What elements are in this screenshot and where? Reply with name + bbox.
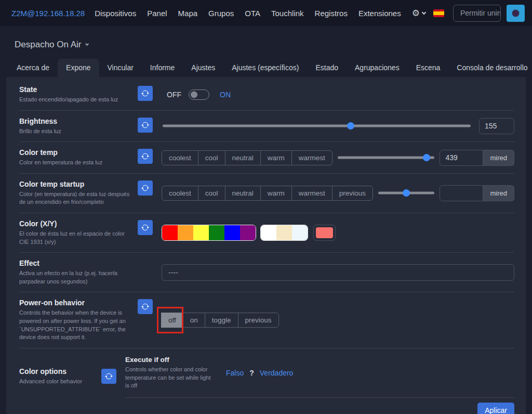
power-on-toggle-button[interactable]: toggle [205,313,238,328]
color-temp-startup-value-input[interactable] [440,185,483,201]
color-swatch-warm-white[interactable] [276,225,292,240]
device-title-dropdown[interactable]: Despacho On Air [0,26,532,50]
chevron-down-icon [422,10,426,14]
nav-item-dispositivos[interactable]: Dispositivos [89,5,141,22]
preset-cool-button[interactable]: cool [198,186,225,201]
power-on-off-button[interactable]: off [161,313,183,328]
refresh-icon [141,184,149,192]
state-on-label[interactable]: ON [220,90,231,99]
color-swatch-purple[interactable] [240,225,256,240]
feature-row-brightness: Brightness Brillo de esta luz [19,111,514,143]
settings-dropdown[interactable]: ⚙ [407,5,429,22]
nav-item-mapa[interactable]: Mapa [173,5,203,22]
feature-label: Power-on behavior [19,299,135,307]
preset-neutral-button[interactable]: neutral [225,186,261,201]
power-on-previous-button[interactable]: previous [238,313,279,328]
white-palette-group [260,225,308,241]
feature-description: Color en temperatura de esta luz [19,159,135,167]
tab-escena[interactable]: Escena [408,59,449,77]
tab-consola-de-desarrollo[interactable]: Consola de desarrollo [448,59,532,77]
color-swatch-orange[interactable] [178,225,193,240]
tab-informe[interactable]: Informe [142,59,183,77]
slider-track[interactable] [338,157,435,159]
false-link[interactable]: Falso [226,369,244,377]
permit-join-split-button: Permitir unirse (Todos) [453,5,501,22]
refresh-button[interactable] [101,369,116,384]
preset-neutral-button[interactable]: neutral [225,150,261,165]
nav-item-touchlink[interactable]: Touchlink [266,5,309,22]
color-temp-value-input[interactable] [440,150,483,166]
feature-description: Controls the behavior when the device is… [19,309,135,341]
preset-coolest-button[interactable]: coolest [162,186,198,201]
theme-toggle-button[interactable] [507,5,525,22]
feature-description: Activa un efecto en la luz (p.ej. hacerl… [19,269,135,286]
feature-description: Advanced color behavior [19,378,98,386]
refresh-button[interactable] [138,118,153,133]
subfeature-description: Controls whether color and color tempera… [125,366,212,390]
slider-thumb[interactable] [423,154,430,161]
preset-warm-button[interactable]: warm [260,186,292,201]
permit-join-button[interactable]: Permitir unirse (Todos) [454,5,501,21]
preset-warm-button[interactable]: warm [260,150,292,165]
tab-agrupaciones[interactable]: Agrupaciones [347,59,408,77]
tab-ajustes[interactable]: Ajustes [183,59,223,77]
execute-if-off-subfeature: Execute if off Controls whether color an… [125,355,514,398]
color-swatch-cool-white[interactable] [292,225,308,240]
switch-knob [191,91,197,98]
state-toggle-switch[interactable] [189,89,209,100]
feature-row-color-xy: Color (X/Y) El color de ésta luz en el e… [19,213,514,253]
preset-warmest-button[interactable]: warmest [291,186,332,201]
mired-unit-addon: mired [483,150,514,166]
nav-item-registros[interactable]: Registros [310,5,353,22]
tab-acerca-de[interactable]: Acerca de [8,59,58,77]
apply-button[interactable]: Aplicar [477,403,514,414]
chevron-down-icon [85,42,88,46]
brightness-slider[interactable] [162,118,472,134]
preset-warmest-button[interactable]: warmest [291,150,332,165]
refresh-button[interactable] [138,180,153,196]
feature-row-color-temp-startup: Color temp startup Color (en temperatura… [19,174,514,213]
slider-track[interactable] [163,125,471,127]
state-off-label[interactable]: OFF [167,90,181,99]
tab-estado[interactable]: Estado [307,59,347,77]
tab-expone[interactable]: Expone [58,59,99,77]
preset-cool-button[interactable]: cool [198,150,225,165]
current-color-swatch[interactable] [316,227,333,238]
refresh-icon [105,372,113,380]
refresh-button[interactable] [138,220,153,235]
refresh-button[interactable] [138,299,153,314]
feature-row-color-temp: Color temp Color en temperatura de esta … [19,142,514,174]
slider-thumb[interactable] [403,189,410,197]
preset-previous-button[interactable]: previous [332,186,373,201]
color-temp-startup-slider[interactable] [377,185,436,201]
device-tab-bar: Acerca de Expone Vincular Informe Ajuste… [0,59,532,77]
color-swatch-yellow[interactable] [193,225,209,240]
nav-item-extensiones[interactable]: Extensiones [353,5,406,22]
color-temp-startup-presets: coolest cool neutral warm warmest previo… [162,186,373,201]
color-swatch-red[interactable] [162,225,178,240]
app-brand-link[interactable]: Z2M@192.168.18.28 [7,5,89,22]
color-swatch-blue[interactable] [224,225,240,240]
color-temp-slider[interactable] [337,150,436,166]
feature-label: Brightness [19,117,135,125]
color-swatch-white[interactable] [261,225,276,240]
spanish-flag-icon[interactable] [433,9,444,17]
null-option-link[interactable]: ? [249,369,254,377]
refresh-button[interactable] [138,149,153,164]
device-name: Despacho On Air [15,40,82,50]
slider-thumb[interactable] [347,122,354,130]
power-on-on-button[interactable]: on [183,313,205,328]
brightness-value-input[interactable] [479,118,514,134]
color-swatch-green[interactable] [209,225,224,240]
tab-vincular[interactable]: Vincular [99,59,142,77]
nav-item-grupos[interactable]: Grupos [203,5,239,22]
nav-item-ota[interactable]: OTA [240,5,265,22]
preset-coolest-button[interactable]: coolest [162,150,198,165]
nav-item-panel[interactable]: Panel [142,5,172,22]
refresh-button[interactable] [138,86,153,101]
effect-select[interactable]: ---- [162,264,514,281]
true-link[interactable]: Verdadero [260,369,294,377]
feature-description: El color de ésta luz en el espacio de co… [19,230,135,246]
expose-panel: State Estado encendido/apagado de esta l… [6,77,526,414]
tab-ajustes-especificos[interactable]: Ajustes (específicos) [223,59,307,77]
